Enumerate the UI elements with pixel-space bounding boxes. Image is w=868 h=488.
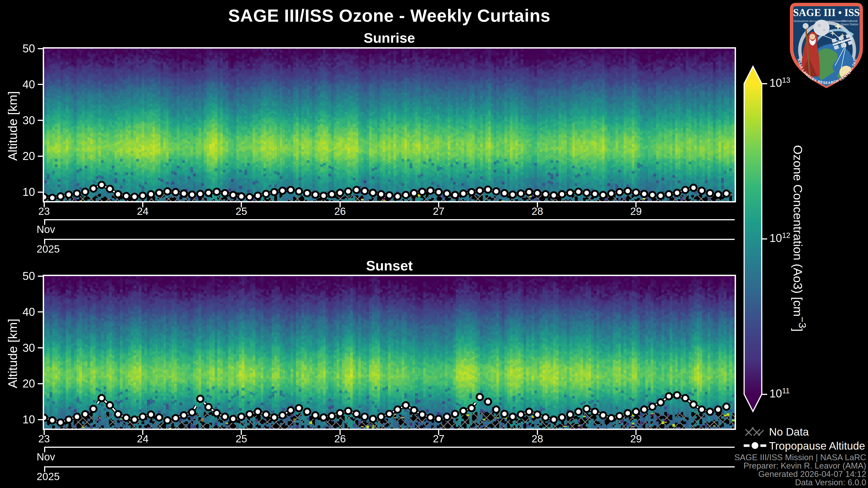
x-tick-label-day: 28 [524,205,551,217]
sunrise-heatmap-canvas [44,48,735,201]
x-tick-label-day: 29 [622,205,650,217]
sunset-heatmap-canvas [44,276,735,429]
year-axis-line [44,239,735,240]
colorbar-gradient-bar [744,66,762,412]
x-tick-label-day: 28 [524,433,551,445]
logo-moon-crater [823,29,825,31]
colorbar-label-sup: −3 [797,317,808,328]
tropopause-legend-symbol [744,440,766,451]
x-tick-label-day: 27 [425,205,452,217]
y-tick-label: 50 [3,43,35,54]
colorbar-tick-label: 1011 [770,387,790,400]
figure-title: SAGE III/ISS Ozone - Weekly Curtains [44,5,735,26]
x-tick-label-day: 26 [327,433,353,445]
y-tick-label: 40 [3,306,35,318]
subtitle-sunset: Sunset [44,258,735,273]
subtitle-sunrise: Sunrise [44,30,735,46]
x-tick-label-day: 24 [129,433,156,445]
logo-subtitle-right-1: International [842,20,857,23]
year-label: 2025 [37,470,60,483]
x-tick-label-day: 23 [31,205,58,217]
colorbar-tick-mark [762,394,767,395]
y-tick-label: 20 [3,151,35,162]
attribution: SAGE III/ISS Mission | NASA LaRCPreparer… [655,453,866,487]
x-tick-label-day: 26 [327,205,353,217]
month-axis-line [44,219,735,220]
y-tick-mark [38,347,43,348]
colorbar-label-suffix: ] [791,328,805,332]
legend-no-data-label: No Data [769,426,809,438]
logo-subtitle-left: Stratospheric Aerosol and Gas Experiment… [794,20,845,22]
colorbar-tick-label: 1012 [770,231,790,245]
colorbar-tick-mark [762,238,767,239]
attribution-line: Data Version: 6.0.0 [655,478,866,487]
logo-subtitle-right-2: Space Station [841,23,858,26]
year-axis-line [44,466,735,467]
y-tick-mark [38,383,43,384]
y-tick-mark [38,84,43,85]
attribution-line: SAGE III/ISS Mission | NASA LaRC [655,453,866,462]
colorbar-tick-label: 1013 [770,76,790,90]
attribution-line: Generated 2026-04-07 14:12 [655,470,866,478]
y-tick-mark [38,192,43,193]
y-tick-mark [38,120,43,121]
sage-iii-iss-mission-logo: SAGE III • ISS Stratospheric Aerosol and… [786,1,867,89]
x-tick-label-day: 27 [425,433,452,445]
y-tick-label: 30 [3,342,35,354]
x-tick-label-day: 25 [228,205,255,217]
x-tick-label-day: 23 [31,433,58,445]
y-tick-label: 40 [3,79,35,90]
year-label: 2025 [37,243,60,255]
y-tick-mark [38,48,43,49]
sunset-panel [43,275,736,430]
attribution-line: Preparer: Kevin R. Leavor (AMA) [655,462,866,470]
x-tick-label-day: 24 [129,205,156,217]
y-tick-label: 30 [3,115,35,126]
month-label: Nov [37,451,55,463]
logo-title: SAGE III • ISS [793,7,860,18]
y-tick-label: 20 [3,378,35,389]
x-tick-label-day: 25 [228,433,255,445]
month-axis-line [44,447,735,448]
y-tick-label: 50 [3,270,35,282]
y-tick-mark [38,419,43,420]
no-data-hatch-swatch [745,426,764,437]
colorbar-tick-mark [762,83,767,84]
month-label: Nov [37,223,55,235]
y-tick-mark [38,156,43,157]
y-tick-mark [38,311,43,313]
x-tick-label-day: 29 [622,433,650,445]
colorbar [743,65,763,413]
y-tick-label: 10 [3,186,35,198]
legend-tropopause-label: Tropopause Altitude [769,440,865,452]
y-tick-mark [38,275,43,277]
colorbar-label-text: Ozone Concentration (Ao3) [cm [791,145,805,317]
colorbar-axis-label: Ozone Concentration (Ao3) [cm−3] [789,83,810,394]
y-tick-label: 10 [3,414,35,425]
sunrise-panel [43,47,736,202]
logo-moon-crater [817,24,821,27]
